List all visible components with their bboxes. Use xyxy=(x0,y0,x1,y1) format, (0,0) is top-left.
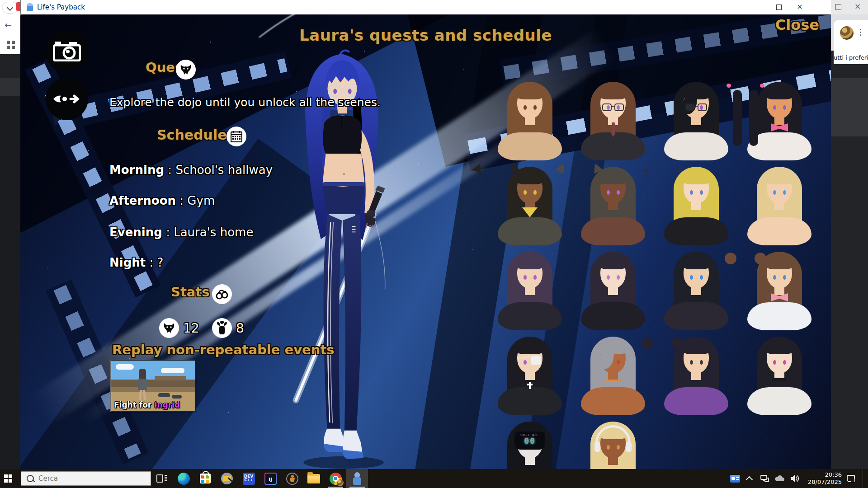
clothing xyxy=(664,387,728,415)
apps-grid-icon[interactable] xyxy=(7,41,10,44)
onedrive-cloud-icon[interactable] xyxy=(774,472,786,485)
taskbar-icon-task-view[interactable] xyxy=(151,469,173,488)
taskbar-icon-dev-cpp[interactable]: DEVC++ xyxy=(238,469,259,488)
close-window-button[interactable]: × xyxy=(789,0,810,14)
close-menu-button[interactable]: Close xyxy=(775,16,819,33)
profile-avatar[interactable] xyxy=(840,26,854,40)
background-red-accent xyxy=(16,2,20,11)
character-portrait[interactable] xyxy=(745,249,813,330)
action-center-icon[interactable] xyxy=(845,472,857,485)
bangs xyxy=(516,340,544,354)
eye xyxy=(607,190,610,195)
character-portrait[interactable] xyxy=(745,334,813,415)
eye xyxy=(524,360,527,365)
favorites-label[interactable]: utti i preferiti xyxy=(834,54,868,61)
volume-icon[interactable] xyxy=(789,472,801,485)
browser-page-band xyxy=(0,78,20,96)
devil-icon xyxy=(159,318,179,338)
tab-search-chevron-button[interactable] xyxy=(2,2,18,14)
app-icon xyxy=(27,3,33,11)
network-icon[interactable] xyxy=(759,472,771,485)
eye xyxy=(617,360,620,365)
taskbar-clock[interactable]: 20:36 28/07/2025 xyxy=(804,471,842,486)
eye xyxy=(773,105,776,110)
game-screen: Laura's quests and schedule Close Quest … xyxy=(20,14,831,469)
restore-icon[interactable] xyxy=(835,4,841,10)
hidden-icons-chevron[interactable] xyxy=(744,472,756,485)
maximize-button[interactable] xyxy=(769,0,789,14)
people-app-icon[interactable] xyxy=(729,472,741,485)
character-portrait[interactable] xyxy=(662,164,730,245)
taskbar-icon-chrome[interactable] xyxy=(325,469,346,488)
robot-visor: UNIT NO.00 xyxy=(514,432,545,450)
character-portrait[interactable] xyxy=(579,419,647,469)
eye xyxy=(524,275,527,280)
neckerchief-feature xyxy=(522,207,538,217)
character-portrait[interactable] xyxy=(745,79,813,160)
bangs xyxy=(765,170,793,184)
character-portrait[interactable] xyxy=(579,164,647,245)
clothing xyxy=(581,132,645,160)
schedule-row-night: Night : ? xyxy=(109,256,163,269)
taskbar-app-icons: DEVC++IJ xyxy=(151,469,368,488)
schedule-value: School's hallway xyxy=(175,163,273,177)
eye xyxy=(533,275,537,280)
back-arrow-icon[interactable]: ← xyxy=(5,20,12,30)
taskbar-icon-edge[interactable] xyxy=(173,469,194,488)
clothing xyxy=(498,302,562,330)
screenshot-button[interactable] xyxy=(46,30,88,72)
windows-logo-icon xyxy=(4,474,8,478)
eye xyxy=(700,360,703,365)
window-titlebar: Life's Payback × xyxy=(20,0,831,14)
browser-left-strip: ← xyxy=(0,0,20,469)
cloud xyxy=(161,368,184,373)
hide-ui-button[interactable] xyxy=(46,78,88,120)
clothing xyxy=(498,387,562,415)
taskbar-icon-file-explorer[interactable] xyxy=(303,469,325,488)
muscle-icon xyxy=(212,318,232,338)
schedule-row-afternoon: Afternoon : Gym xyxy=(109,194,215,207)
taskbar-icon-mail-search-utility[interactable] xyxy=(216,469,238,488)
character-portrait[interactable] xyxy=(579,249,647,330)
character-portrait[interactable] xyxy=(496,249,564,330)
character-portrait[interactable] xyxy=(662,334,730,415)
clothing xyxy=(581,217,645,245)
character-portrait[interactable] xyxy=(662,79,730,160)
taskbar-search[interactable] xyxy=(21,471,151,486)
character-portrait[interactable] xyxy=(496,164,564,245)
taskbar-icon-intellij-idea[interactable]: IJ xyxy=(259,469,281,488)
show-desktop-button[interactable] xyxy=(863,469,865,488)
replay-event-thumbnail[interactable]: Fight for Ingrid xyxy=(111,360,196,412)
menu-dots-icon[interactable] xyxy=(860,29,861,30)
taskbar-icon-microsoft-store[interactable] xyxy=(194,469,216,488)
browser-close-icon[interactable]: × xyxy=(854,2,861,11)
handcuffs-icon xyxy=(212,284,232,304)
schedule-separator: : xyxy=(162,225,174,239)
character-portrait[interactable]: UNIT NO.00 xyxy=(496,419,564,469)
bangs xyxy=(765,340,793,354)
clothing xyxy=(664,217,728,245)
character-portrait[interactable] xyxy=(579,334,647,415)
taskbar-icon-lifes-payback-game[interactable] xyxy=(346,469,368,488)
browser-right-strip: utti i preferiti xyxy=(831,14,868,469)
character-portrait[interactable] xyxy=(496,79,564,160)
chevron-down-icon xyxy=(7,5,13,11)
eye xyxy=(783,105,786,110)
glasses-feature xyxy=(602,103,624,111)
eye xyxy=(607,445,610,450)
character-portrait[interactable] xyxy=(662,249,730,330)
clothing xyxy=(747,217,811,245)
start-button[interactable] xyxy=(0,469,21,488)
character-portrait[interactable] xyxy=(745,164,813,245)
stats-heading: Stats xyxy=(171,284,209,300)
minimize-button[interactable] xyxy=(748,0,769,14)
schedule-separator: : xyxy=(176,194,187,207)
profile-badge xyxy=(337,479,344,486)
search-input[interactable] xyxy=(38,474,151,483)
character-portrait[interactable] xyxy=(579,79,647,160)
taskbar-icon-motion-figure-app[interactable] xyxy=(281,469,303,488)
system-tray: 20:36 28/07/2025 xyxy=(729,469,868,488)
character-portrait[interactable] xyxy=(496,334,564,415)
bangs xyxy=(765,255,793,269)
browser-panel: utti i preferiti xyxy=(834,20,868,64)
